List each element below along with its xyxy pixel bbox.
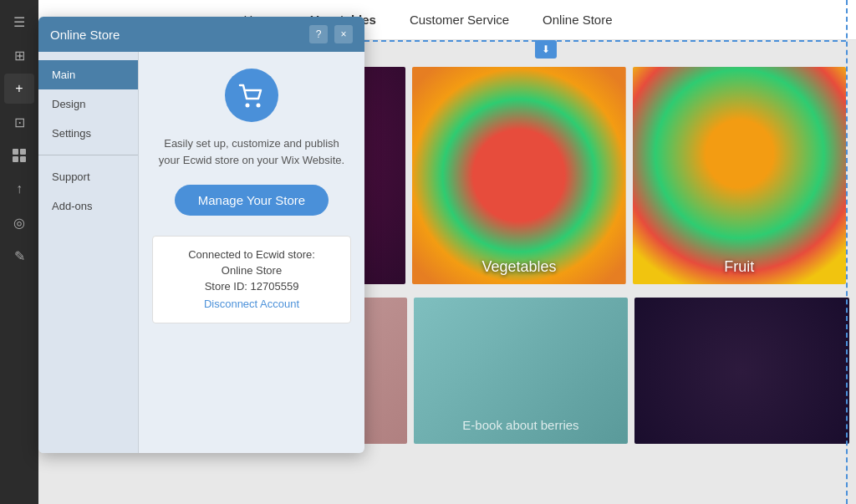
- nav-main[interactable]: Main: [38, 60, 138, 89]
- nav-addons[interactable]: Add-ons: [38, 191, 138, 221]
- nav-online-store[interactable]: Online Store: [543, 13, 612, 27]
- nav-customer-service[interactable]: Customer Service: [410, 13, 509, 27]
- right-dashed-border: [846, 0, 856, 504]
- ebook-label: E-book about berries: [462, 418, 578, 432]
- cell-blackberries: [634, 298, 849, 444]
- vegetables-label: Vegetables: [482, 258, 556, 276]
- plugin-panel: Online Store ? × Main Design Settings Su…: [38, 17, 364, 453]
- svg-point-4: [246, 104, 250, 108]
- manage-store-button[interactable]: Manage Your Store: [175, 185, 329, 216]
- sidebar-icon-upload[interactable]: ↑: [4, 174, 34, 204]
- store-name: Online Store: [170, 264, 334, 277]
- ecwid-icon: [225, 69, 278, 122]
- vegetables-bg: [412, 67, 625, 284]
- panel-nav: Main Design Settings Support Add-ons: [38, 52, 139, 453]
- panel-content: Easily set up, customize and publish you…: [139, 52, 364, 453]
- connected-text: Connected to Ecwid store:: [170, 248, 334, 261]
- fruit-label: Fruit: [724, 258, 754, 276]
- sidebar-icon-add[interactable]: +: [4, 74, 34, 104]
- panel-title: Online Store: [50, 28, 120, 42]
- image-fruit: Fruit: [633, 67, 846, 284]
- sidebar-icon-menu[interactable]: ☰: [4, 7, 34, 37]
- panel-help-button[interactable]: ?: [309, 25, 328, 43]
- editor-sidebar: ☰ ⊞ + ⊡ ↑ ◎ ✎: [0, 0, 38, 504]
- sidebar-icon-pages[interactable]: ⊡: [4, 107, 34, 137]
- panel-description: Easily set up, customize and publish you…: [152, 135, 351, 168]
- panel-body: Main Design Settings Support Add-ons Eas…: [38, 52, 364, 453]
- nav-design[interactable]: Design: [38, 89, 138, 119]
- sidebar-icon-grid[interactable]: ⊞: [4, 40, 34, 70]
- disconnect-account-link[interactable]: Disconnect Account: [204, 298, 299, 310]
- store-id: Store ID: 12705559: [170, 280, 334, 293]
- svg-rect-1: [20, 149, 26, 155]
- cart-icon: [237, 80, 267, 110]
- nav-settings[interactable]: Settings: [38, 119, 138, 148]
- store-info-box: Connected to Ecwid store: Online Store S…: [152, 236, 351, 323]
- svg-rect-0: [13, 149, 18, 155]
- image-vegetables: Vegetables: [412, 67, 625, 284]
- sidebar-icon-blog[interactable]: ✎: [4, 241, 34, 271]
- panel-close-button[interactable]: ×: [334, 25, 353, 43]
- download-indicator: ⬇: [535, 40, 557, 59]
- svg-point-5: [257, 104, 261, 108]
- download-button[interactable]: ⬇: [535, 40, 557, 59]
- svg-rect-2: [13, 156, 18, 162]
- nav-support[interactable]: Support: [38, 162, 138, 191]
- svg-rect-3: [20, 156, 26, 162]
- fruit-bg: [633, 67, 846, 284]
- cell-ebook: E-book about berries: [414, 298, 629, 444]
- sidebar-icon-apps[interactable]: [4, 140, 34, 171]
- panel-header-actions: ? ×: [309, 25, 353, 43]
- nav-divider: [38, 155, 138, 155]
- sidebar-icon-circle[interactable]: ◎: [4, 207, 34, 237]
- panel-header: Online Store ? ×: [38, 17, 364, 52]
